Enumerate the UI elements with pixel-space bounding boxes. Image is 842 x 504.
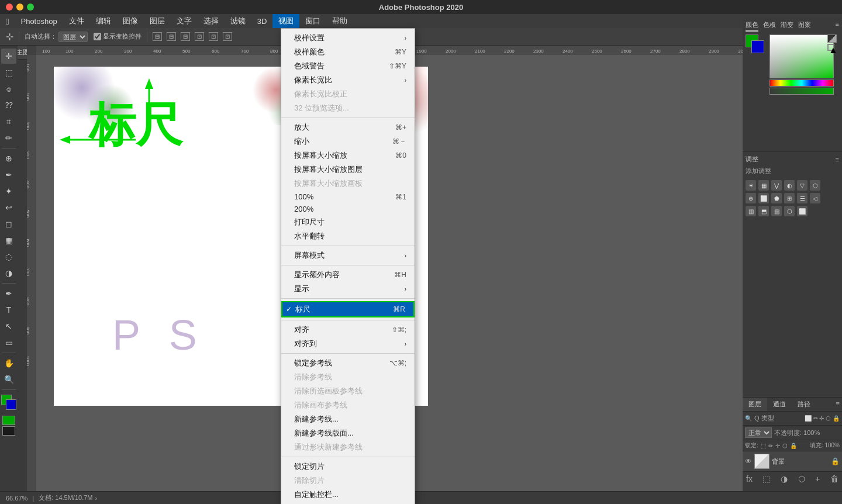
foreground-bg-swatch[interactable] — [746, 34, 764, 53]
text-tool[interactable]: T — [1, 302, 16, 317]
align-middle-icon[interactable]: ⊡ — [209, 32, 218, 41]
menu-item-32bit[interactable]: 32 位预览选项... — [281, 101, 415, 115]
bg-color-box[interactable] — [751, 40, 764, 53]
levels-adj-icon[interactable]: ▦ — [758, 180, 769, 191]
menu-item-fit-artboard[interactable]: 按屏幕大小缩放画板 — [281, 177, 415, 191]
invert-adj-icon[interactable]: ◁ — [810, 193, 820, 203]
colorbal-adj-icon[interactable]: ⊕ — [746, 193, 756, 203]
color-gradient-box[interactable] — [769, 34, 834, 78]
menu-layer[interactable]: 图层 — [144, 14, 171, 28]
shape-tool[interactable]: ▭ — [1, 335, 16, 350]
channelmix-adj-icon[interactable]: ⊞ — [784, 193, 795, 203]
brightness-adj-icon[interactable]: ☀ — [746, 180, 756, 191]
maximize-button[interactable] — [27, 4, 34, 11]
layer-adj-icon[interactable]: ◑ — [781, 474, 788, 484]
menu-3d[interactable]: 3D — [251, 14, 273, 28]
menu-item-guide-from-shape[interactable]: 通过形状新建参考线 — [281, 440, 415, 454]
menu-item-proof-colors[interactable]: 校样颜色 ⌘Y — [281, 45, 415, 59]
selectivecolor-adj-icon[interactable]: ⬡ — [784, 206, 795, 216]
alpha-slider[interactable] — [769, 88, 834, 95]
menu-item-pixel-aspect[interactable]: 像素长宽比 › — [281, 73, 415, 87]
menu-item-flip-h[interactable]: 水平翻转 — [281, 229, 415, 243]
show-transform-checkbox[interactable] — [94, 33, 101, 40]
menu-help[interactable]: 帮助 — [326, 14, 353, 28]
colorlookup-adj-icon[interactable]: ☰ — [797, 193, 808, 203]
menu-edit[interactable]: 编辑 — [90, 14, 117, 28]
lock-icon[interactable]: 🔒 — [790, 443, 797, 449]
blend-mode-select[interactable]: 正常 — [745, 427, 772, 438]
align-left-icon[interactable]: ⊟ — [153, 32, 162, 41]
foreground-background-swatches[interactable] — [1, 395, 16, 410]
clone-tool[interactable]: ✦ — [1, 184, 16, 199]
swatches-tab[interactable]: 色板 — [763, 20, 776, 32]
lock-all-icon[interactable]: ✛ — [775, 443, 780, 449]
selection-tool[interactable]: ⬚ — [1, 65, 16, 80]
menu-item-gamut-warning[interactable]: 色域警告 ⇧⌘Y — [281, 59, 415, 73]
menu-item-zoom-in[interactable]: 放大 ⌘+ — [281, 120, 415, 134]
menu-item-lock-guides[interactable]: 锁定参考线 ⌥⌘; — [281, 356, 415, 370]
menu-item-snap[interactable]: 对齐 ⇧⌘; — [281, 323, 415, 337]
layer-visibility-eye[interactable]: 👁 — [745, 457, 752, 465]
color-tab[interactable]: 颜色 — [746, 20, 758, 32]
menu-filter[interactable]: 滤镜 — [225, 14, 251, 28]
mode-icon-2[interactable] — [2, 426, 15, 436]
menu-item-clear-guides[interactable]: 清除参考线 — [281, 370, 415, 384]
menu-item-zoom-100[interactable]: 100% ⌘1 — [281, 191, 415, 203]
mode-icon[interactable] — [2, 416, 15, 425]
hand-tool[interactable]: ✋ — [1, 355, 16, 371]
hue-slider[interactable] — [769, 80, 834, 87]
gradient-tab[interactable]: 渐变 — [781, 20, 793, 32]
background-color[interactable] — [6, 399, 16, 410]
eyedropper-tool[interactable]: ✏ — [1, 130, 16, 146]
blur-tool[interactable]: ◌ — [1, 249, 16, 264]
color-picker-arrow[interactable] — [827, 34, 837, 43]
pattern-tab[interactable]: 图案 — [798, 20, 811, 32]
menu-item-pixel-correct[interactable]: 像素长宽比校正 — [281, 87, 415, 101]
zoom-tool[interactable]: 🔍 — [1, 372, 16, 387]
menu-image[interactable]: 图像 — [117, 14, 144, 28]
menu-item-snap-to[interactable]: 对齐到 › — [281, 337, 415, 351]
history-brush-tool[interactable]: ↩ — [1, 200, 16, 215]
menu-file[interactable]: 文件 — [63, 14, 90, 28]
brush-tool[interactable]: ✒ — [1, 167, 16, 182]
layer-group-icon[interactable]: ⬡ — [798, 474, 805, 484]
layer-fx-icon[interactable]: fx — [746, 474, 753, 484]
layer-new-icon[interactable]: + — [815, 474, 820, 484]
menu-select[interactable]: 选择 — [198, 14, 225, 28]
layers-menu-icon[interactable]: ≡ — [834, 398, 842, 411]
menu-text[interactable]: 文字 — [171, 14, 198, 28]
channels-tab[interactable]: 通道 — [767, 398, 792, 411]
align-bottom-icon[interactable]: ⊡ — [223, 32, 232, 41]
pen-tool[interactable]: ✒ — [1, 286, 16, 301]
paths-tab[interactable]: 路径 — [792, 398, 816, 411]
layer-delete-icon[interactable]: 🗑 — [830, 474, 838, 484]
menu-item-rulers[interactable]: ✓ 标尺 ⌘R — [281, 301, 415, 317]
spot-heal-tool[interactable]: ⊕ — [1, 151, 16, 166]
hsl-adj-icon[interactable]: ⬡ — [810, 180, 820, 191]
curves-adj-icon[interactable]: ⋁ — [771, 180, 782, 191]
quick-select-tool[interactable]: ⁇ — [1, 98, 16, 113]
minimize-button[interactable] — [16, 4, 23, 11]
layers-tab[interactable]: 图层 — [743, 398, 767, 411]
menu-item-print-size[interactable]: 打印尺寸 — [281, 215, 415, 229]
menu-window[interactable]: 窗口 — [299, 14, 326, 28]
menu-item-extras[interactable]: 显示额外内容 ⌘H — [281, 268, 415, 282]
path-select-tool[interactable]: ↖ — [1, 319, 16, 334]
align-right-icon[interactable]: ⊟ — [181, 32, 190, 41]
vibrance-adj-icon[interactable]: ▽ — [797, 180, 808, 191]
crop-tool[interactable]: ⌗ — [1, 114, 16, 129]
dodge-tool[interactable]: ◑ — [1, 265, 16, 281]
menu-item-custom-touch[interactable]: 自定触控栏... — [281, 488, 415, 502]
menu-item-proof-setup[interactable]: 校样设置 › — [281, 31, 415, 45]
statusbar-arrow[interactable]: › — [95, 495, 98, 502]
menu-item-lock-slices[interactable]: 锁定切片 — [281, 460, 415, 474]
align-top-icon[interactable]: ⊡ — [195, 32, 204, 41]
menu-photoshop[interactable]: Photoshop — [15, 14, 63, 28]
auto-select-dropdown[interactable]: 图层 — [58, 32, 88, 42]
photo-adj-icon[interactable]: ⬟ — [771, 193, 782, 203]
exposure-adj-icon[interactable]: ◐ — [784, 180, 795, 191]
menu-item-zoom-200[interactable]: 200% — [281, 203, 415, 215]
align-center-icon[interactable]: ⊟ — [167, 32, 176, 41]
lock-pixels-icon[interactable]: ⬚ — [761, 443, 766, 449]
lock-artboard-icon[interactable]: ⬡ — [782, 443, 788, 449]
